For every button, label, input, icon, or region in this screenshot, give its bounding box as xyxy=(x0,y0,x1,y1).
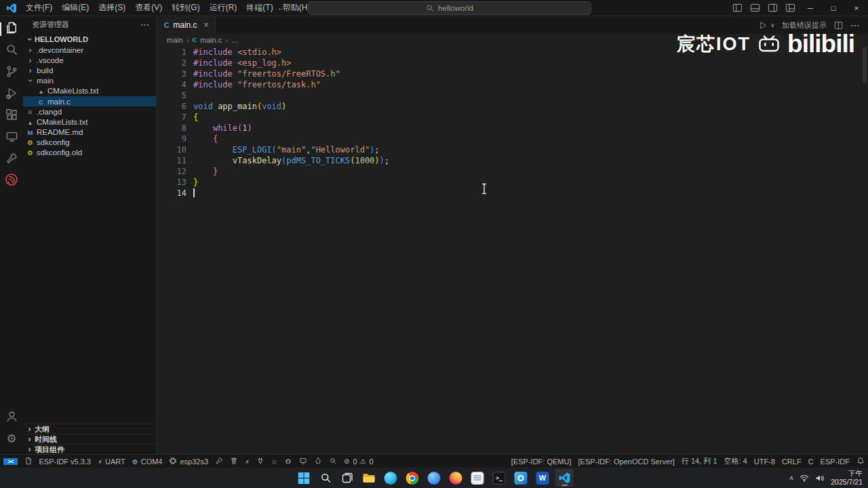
toggle-panel-button[interactable] xyxy=(746,0,764,16)
split-editor-icon[interactable] xyxy=(834,21,843,30)
load-error-hint-button[interactable]: 加载错误提示 xyxy=(782,20,827,30)
tree-item-main[interactable]: ›main xyxy=(23,76,156,86)
taskbar-browser-blue[interactable] xyxy=(425,469,443,487)
status-debug[interactable] xyxy=(281,455,296,468)
status-label: [ESP-IDF: OpenOCD Server] xyxy=(578,458,674,466)
status-language-mode[interactable]: C xyxy=(805,455,817,468)
code-line: 9 { xyxy=(157,134,868,144)
taskbar-terminal[interactable]: >_ xyxy=(490,469,509,487)
toggle-secondary-sidebar-button[interactable] xyxy=(764,0,781,16)
tab-main-c[interactable]: C main.c × xyxy=(157,16,216,34)
maximize-button[interactable]: □ xyxy=(822,0,845,16)
status-encoding[interactable]: UTF-8 xyxy=(751,455,778,468)
tray-chevron-up-icon[interactable]: ∧ xyxy=(789,474,794,481)
command-center-search[interactable]: helloworld xyxy=(308,1,591,15)
menu-item-g[interactable]: 转到(G) xyxy=(167,0,204,16)
tree-item-devcontainer[interactable]: ›.devcontainer xyxy=(23,45,156,55)
tree-item-main-c[interactable]: Cmain.c xyxy=(23,96,156,106)
tree-item-sdkconfig[interactable]: ⚙sdkconfig xyxy=(23,138,156,148)
tree-item-clangd[interactable]: ≡.clangd xyxy=(23,106,156,117)
taskbar-word[interactable]: W xyxy=(534,469,552,487)
taskbar-file-explorer[interactable] xyxy=(360,469,378,487)
scrollbar[interactable] xyxy=(861,45,868,454)
menu-item-f[interactable]: 文件(F) xyxy=(21,0,57,16)
volume-icon[interactable] xyxy=(815,474,825,483)
breadcrumb-item-2[interactable]: … xyxy=(231,36,239,44)
activity-remote-explorer[interactable] xyxy=(0,127,23,148)
tree-item-cmakelists-txt[interactable]: ▲CMakeLists.txt xyxy=(23,117,156,127)
status-eol[interactable]: CRLF xyxy=(778,455,805,468)
taskbar-notes[interactable] xyxy=(469,469,487,487)
panel-[interactable]: ›大纲 xyxy=(23,424,156,434)
taskbar-firefox[interactable] xyxy=(447,469,465,487)
taskbar-chrome[interactable] xyxy=(403,469,422,487)
navigate-back-icon[interactable]: ← xyxy=(277,3,285,13)
status-remote[interactable]: >< xyxy=(0,455,21,468)
editor[interactable]: 1#include <stdio.h>2#include <esp_log.h>… xyxy=(157,45,868,454)
status-flash-method[interactable]: ⚡UART xyxy=(94,455,129,468)
run-button-icon[interactable] xyxy=(759,21,768,30)
sidebar-more-actions-icon[interactable]: ⋯ xyxy=(140,20,149,30)
status-qemu[interactable]: ☆ xyxy=(268,455,281,468)
activity-explorer[interactable] xyxy=(0,18,23,40)
activity-run-debug[interactable] xyxy=(0,83,23,105)
taskbar-search[interactable] xyxy=(317,469,335,487)
status-flash[interactable]: ⚡ xyxy=(241,455,253,468)
status-cursor-position[interactable]: 行 14, 列 1 xyxy=(678,455,721,468)
run-dropdown-icon[interactable]: ∨ xyxy=(770,22,774,28)
tree-item-vscode[interactable]: ›.vscode xyxy=(23,55,156,65)
breadcrumb-item-0[interactable]: main xyxy=(167,36,183,44)
taskbar-start[interactable] xyxy=(295,469,313,487)
activity-search[interactable] xyxy=(0,40,23,62)
menu-item-v[interactable]: 查看(V) xyxy=(130,0,167,16)
panel-[interactable]: ›时间线 xyxy=(23,434,156,444)
menu-item-t[interactable]: 终端(T) xyxy=(241,0,277,16)
network-icon[interactable] xyxy=(800,474,809,482)
clock[interactable]: 下午 2025/7/21 xyxy=(831,469,863,486)
activity-extensions[interactable] xyxy=(0,105,23,127)
more-actions-icon[interactable]: ⋯ xyxy=(850,20,860,30)
minimize-button[interactable]: ─ xyxy=(799,0,822,16)
navigate-forward-icon[interactable]: → xyxy=(292,3,301,13)
status-esp-idf[interactable]: ESP-IDF xyxy=(817,455,853,468)
status-select-flash[interactable] xyxy=(253,455,268,468)
menu-item-e[interactable]: 编辑(E) xyxy=(57,0,94,16)
tree-item-readme-md[interactable]: MREADME.md xyxy=(23,127,156,138)
status-serial-port[interactable]: ⚙COM4 xyxy=(129,455,166,468)
status-idf-search[interactable] xyxy=(326,455,340,468)
customize-layout-button[interactable] xyxy=(781,0,799,16)
close-button[interactable]: × xyxy=(845,0,868,16)
activity-espressif[interactable] xyxy=(0,170,23,192)
status-full-clean[interactable] xyxy=(226,455,241,468)
status-openocd-server[interactable]: [ESP-IDF: OpenOCD Server] xyxy=(574,455,677,468)
taskbar-task-view[interactable] xyxy=(338,469,357,487)
activity-account[interactable] xyxy=(0,407,23,428)
taskbar-vscode[interactable] xyxy=(555,469,574,487)
status-qemu-server[interactable]: [ESP-IDF: QEMU] xyxy=(508,455,575,468)
menu-item-r[interactable]: 运行(R) xyxy=(205,0,242,16)
activity-source-control[interactable] xyxy=(0,62,23,83)
breadcrumb-item-1[interactable]: main.c xyxy=(200,36,222,44)
activity-settings[interactable]: ⚙ xyxy=(0,428,23,450)
scrollbar-thumb[interactable] xyxy=(863,47,867,83)
tree-item-cmakelists-txt[interactable]: ▲CMakeLists.txt xyxy=(23,86,156,96)
panel-[interactable]: ›项目组件 xyxy=(23,444,156,454)
status-sdk-config[interactable] xyxy=(212,455,226,468)
status-news[interactable] xyxy=(21,455,36,468)
project-section-header[interactable]: › HELLOWORLD xyxy=(23,33,156,45)
activity-esp-idf-tools[interactable] xyxy=(0,148,23,170)
status-problems[interactable]: ⊘0⚠0 xyxy=(340,455,377,468)
status-esp-idf-version[interactable]: ESP-IDF v5.3.3 xyxy=(36,455,94,468)
menu-item-s[interactable]: 选择(S) xyxy=(94,0,130,16)
taskbar-photos[interactable] xyxy=(512,469,530,487)
toggle-sidebar-button[interactable] xyxy=(728,0,746,16)
tree-item-build[interactable]: ›build xyxy=(23,65,156,75)
status-device-target[interactable]: esp32s3 xyxy=(165,455,212,468)
taskbar-edge[interactable] xyxy=(382,469,400,487)
tab-close-icon[interactable]: × xyxy=(204,20,209,30)
status-monitor[interactable] xyxy=(296,455,311,468)
tree-item-sdkconfig-old[interactable]: ⚙sdkconfig.old xyxy=(23,148,156,158)
status-notifications[interactable] xyxy=(853,455,868,468)
status-indentation[interactable]: 空格: 4 xyxy=(721,455,751,468)
status-build-flash-monitor[interactable] xyxy=(311,455,326,468)
